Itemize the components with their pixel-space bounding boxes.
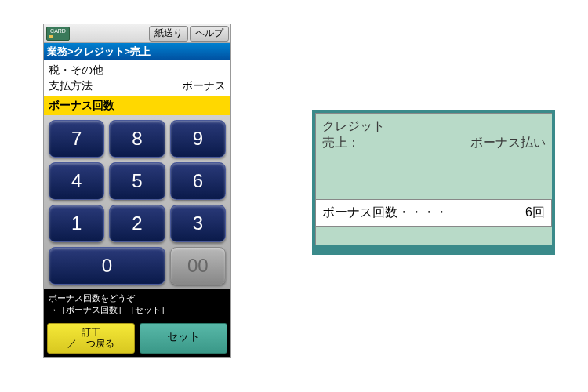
key-7[interactable]: 7 [49, 120, 104, 158]
info-panel: 税・その他 支払方法 ボーナス [44, 60, 230, 96]
key-00: 00 [170, 247, 226, 285]
key-6[interactable]: 6 [170, 162, 226, 200]
bonus-count-field-label: ボーナス回数 [44, 96, 230, 115]
key-5[interactable]: 5 [109, 162, 165, 200]
receipt-display: クレジット 売上： ボーナス払い ボーナス回数・・・・ 6回 [312, 110, 555, 255]
correct-back-button[interactable]: 訂正 ／一つ戻る [47, 323, 135, 354]
receipt-header: クレジット 売上： ボーナス払い [315, 113, 552, 199]
key-3[interactable]: 3 [170, 205, 226, 242]
key-1[interactable]: 1 [49, 205, 104, 242]
key-2[interactable]: 2 [109, 205, 165, 242]
receipt-count-label: ボーナス回数・・・・ [322, 205, 448, 221]
breadcrumb[interactable]: 業務>クレジット>売上 [44, 43, 230, 60]
receipt-payment-type: ボーナス払い [470, 135, 546, 151]
key-4[interactable]: 4 [49, 162, 104, 200]
prompt-line-2: →［ボーナス回数］［セット］ [49, 304, 226, 316]
set-button[interactable]: セット [140, 323, 227, 354]
key-0[interactable]: 0 [49, 247, 165, 285]
pay-method-label: 支払方法 [49, 79, 93, 93]
topbar: CARD 紙送り ヘルプ [44, 24, 230, 43]
receipt-count-value: 6回 [525, 205, 545, 221]
help-button[interactable]: ヘルプ [190, 26, 229, 42]
key-9[interactable]: 9 [170, 120, 226, 158]
tax-other-label: 税・その他 [49, 64, 226, 78]
numeric-keypad: 7 8 9 4 5 6 1 2 3 0 00 [44, 115, 230, 289]
receipt-sales-label: 売上： [322, 135, 360, 151]
bottom-buttons: 訂正 ／一つ戻る セット [44, 320, 230, 357]
prompt-area: ボーナス回数をどうぞ →［ボーナス回数］［セット］ [44, 289, 230, 320]
card-icon: CARD [46, 27, 70, 41]
payment-terminal: CARD 紙送り ヘルプ 業務>クレジット>売上 税・その他 支払方法 ボーナス… [43, 24, 231, 358]
key-8[interactable]: 8 [109, 120, 165, 158]
pay-method-value: ボーナス [182, 79, 226, 93]
receipt-footer [315, 227, 552, 245]
prompt-line-1: ボーナス回数をどうぞ [49, 292, 226, 304]
receipt-count-row: ボーナス回数・・・・ 6回 [315, 199, 552, 227]
paper-feed-button[interactable]: 紙送り [149, 26, 188, 42]
receipt-credit-label: クレジット [322, 118, 546, 135]
